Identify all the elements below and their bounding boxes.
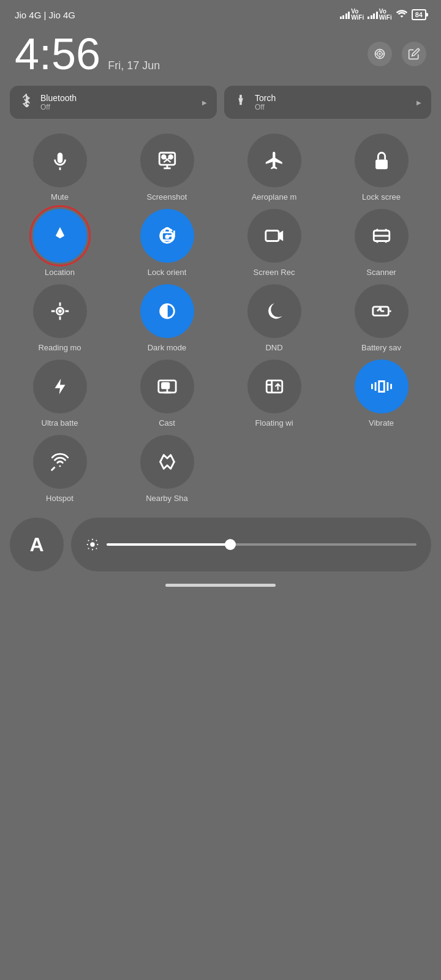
hotspot-tile[interactable]: Hotspot [10,435,110,503]
cast-label: Cast [159,418,175,428]
batterysave-label: Battery sav [361,343,401,352]
mute-tile[interactable]: Mute [10,134,110,202]
hotspot-label: Hotspot [46,494,74,503]
scanner-label: Scanner [366,268,396,277]
floatingwi-tile[interactable]: Floating wi [224,360,324,428]
nearbysha-label: Nearby Sha [146,494,188,503]
bluetooth-expand: ▶ [202,99,207,106]
darkmode-tile[interactable]: Dark mode [117,284,217,352]
bluetooth-status: Off [40,103,77,111]
nearbysha-tile[interactable]: Nearby Sha [117,435,217,503]
svg-rect-4 [239,103,242,105]
readingmode-tile[interactable]: Reading mo [10,284,110,352]
ultrabatte-label: Ultra batte [42,418,78,428]
vowifi1-label: VoWiFi [351,9,364,21]
screenrec-icon-circle [247,209,301,263]
home-indicator-area [0,576,441,592]
clock-date: Fri, 17 Jun [108,59,160,72]
screenshot-icon-circle [140,134,194,187]
svg-rect-29 [162,383,168,388]
nearbysha-icon-circle [140,435,194,489]
batterysave-icon-circle [355,284,409,338]
location-icon-circle [33,209,87,263]
bluetooth-icon [20,94,33,111]
readingmode-icon-circle [33,284,87,338]
svg-rect-6 [159,153,175,165]
aeroplane-icon-circle [247,134,301,187]
home-bar [165,584,276,587]
screenshot-tile[interactable]: Screenshot [117,134,217,202]
clock-time: 4:56 [15,32,100,76]
lockscreen-tile[interactable]: Lock scree [331,134,431,202]
torch-status: Off [255,103,276,111]
aeroplane-tile[interactable]: Aeroplane m [224,134,324,202]
torch-info: Torch Off [255,93,276,111]
scanner-icon-circle [355,209,409,263]
dnd-label: DND [265,343,282,352]
darkmode-label: Dark mode [148,343,187,352]
signal1: VoWiFi [340,9,364,21]
svg-marker-25 [55,379,65,394]
tiles-grid: Mute Screenshot Aeroplane m [0,129,441,508]
torch-tile[interactable]: Torch Off ▶ [224,86,431,119]
lockscreen-icon-circle [355,134,409,187]
vowifi2-label: VoWiFi [379,9,392,21]
torch-expand: ▶ [417,99,421,106]
cast-icon-circle [140,360,194,413]
clock-action-icons [368,32,426,66]
svg-rect-3 [239,95,242,99]
settings-icon[interactable] [368,42,392,66]
lockorient-tile[interactable]: Lock orient [117,209,217,277]
floatingwi-icon-circle [247,360,301,413]
mute-icon-circle [33,134,87,187]
battery-indicator: 84 [412,9,426,20]
torch-icon [234,94,247,111]
vibrate-icon-circle [355,360,409,413]
ultrabatte-tile[interactable]: Ultra batte [10,360,110,428]
quick-top-row: Bluetooth Off ▶ Torch Off ▶ [0,86,441,129]
vibrate-label: Vibrate [369,418,394,428]
hotspot-icon-circle [33,435,87,489]
scanner-tile[interactable]: Scanner [331,209,431,277]
carrier-text: Jio 4G | Jio 4G [15,10,75,20]
signal-bars-2 [368,10,378,19]
brightness-track [107,543,417,546]
svg-point-13 [165,235,168,238]
edit-icon[interactable] [402,42,426,66]
svg-point-0 [379,53,380,55]
svg-rect-11 [375,160,388,170]
wifi-icon [396,9,408,21]
darkmode-icon-circle [140,284,194,338]
clock-left: 4:56 Fri, 17 Jun [15,32,160,76]
floatingwi-label: Floating wi [255,418,293,428]
batterysave-tile[interactable]: Battery sav [331,284,431,352]
dnd-tile[interactable]: DND [224,284,324,352]
svg-line-31 [51,467,55,471]
lockscreen-label: Lock scree [362,192,401,202]
battery-level: 84 [415,11,423,18]
clock-area: 4:56 Fri, 17 Jun [0,26,441,86]
vibrate-tile[interactable]: Vibrate [331,360,431,428]
font-size-button[interactable]: A [10,518,64,571]
location-label: Location [45,268,75,277]
readingmode-label: Reading mo [38,343,81,352]
brightness-slider[interactable] [71,518,431,571]
lockorient-icon-circle [140,209,194,263]
torch-label: Torch [255,93,276,103]
font-size-label: A [29,533,43,556]
mute-label: Mute [51,192,69,202]
location-tile[interactable]: Location [10,209,110,277]
aeroplane-label: Aeroplane m [252,192,297,202]
svg-point-32 [90,542,94,546]
brightness-sun-icon [86,538,99,551]
signal-bars-1 [340,10,350,19]
bluetooth-tile[interactable]: Bluetooth Off ▶ [10,86,217,119]
status-bar: Jio 4G | Jio 4G VoWiFi VoWiFi [0,0,441,26]
ultrabatte-icon-circle [33,360,87,413]
lockorient-label: Lock orient [148,268,187,277]
svg-rect-14 [265,231,278,241]
cast-tile[interactable]: Cast [117,360,217,428]
signal2: VoWiFi [368,9,392,21]
screenrec-tile[interactable]: Screen Rec [224,209,324,277]
brightness-fill [107,543,230,546]
